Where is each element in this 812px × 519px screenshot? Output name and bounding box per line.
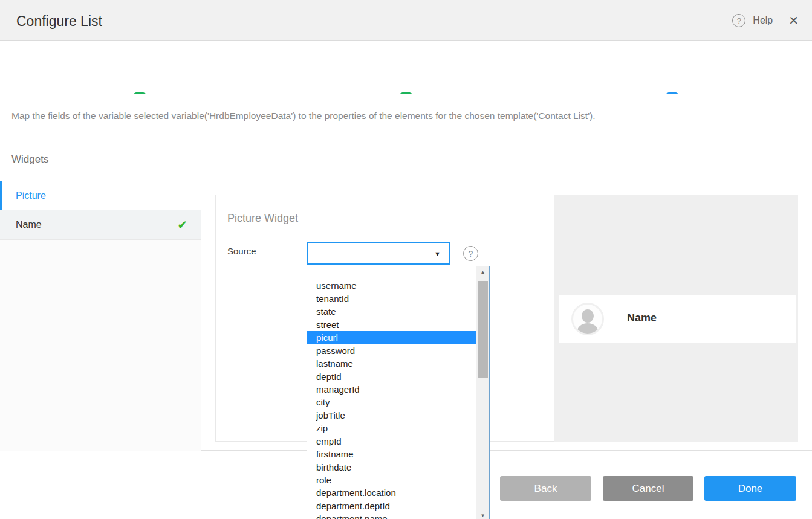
dropdown-option[interactable]: state xyxy=(307,305,476,318)
dropdown-option[interactable]: department.location xyxy=(307,486,476,499)
wizard-stepper: ✓ Data ✓ Template 3 Bind Fields xyxy=(0,42,812,94)
dropdown-option[interactable]: department.name xyxy=(307,512,476,519)
panel-title: Picture Widget xyxy=(227,212,298,225)
sidebar-item-name[interactable]: Name ✔ xyxy=(0,210,201,240)
back-button[interactable]: Back xyxy=(500,476,591,501)
dropdown-option[interactable]: zip xyxy=(307,422,476,434)
description-band: Map the fields of the variable selected … xyxy=(0,94,812,140)
scrollbar-thumb[interactable] xyxy=(478,281,488,378)
dropdown-option[interactable]: jobTitle xyxy=(307,409,476,422)
help-button[interactable]: Help xyxy=(753,15,773,26)
preview-name-label: Name xyxy=(627,312,657,324)
dropdown-option[interactable]: deptId xyxy=(307,370,476,383)
dropdown-scrollbar[interactable]: ▲ ▼ xyxy=(476,266,489,519)
sidebar-item-picture[interactable]: Picture xyxy=(0,181,201,210)
source-dropdown-list: username tenantId state street picurl pa… xyxy=(307,266,490,519)
dropdown-option-highlighted[interactable]: picurl xyxy=(307,331,476,344)
dropdown-option[interactable]: tenantId xyxy=(307,292,476,305)
sidebar-item-label: Name xyxy=(16,219,42,230)
mapped-check-icon: ✔ xyxy=(177,218,187,232)
dropdown-option[interactable]: lastname xyxy=(307,357,476,370)
dropdown-options: username tenantId state street picurl pa… xyxy=(307,266,476,519)
dropdown-option[interactable]: firstname xyxy=(307,448,476,460)
dropdown-option[interactable]: department.deptId xyxy=(307,500,476,512)
close-icon[interactable]: ✕ xyxy=(788,13,799,28)
widgets-sidebar: Picture Name ✔ xyxy=(0,181,201,451)
dropdown-option[interactable]: managerId xyxy=(307,383,476,396)
page-title: Configure List xyxy=(16,13,102,30)
dropdown-option[interactable]: password xyxy=(307,344,476,357)
help-icon[interactable]: ? xyxy=(732,14,745,27)
dropdown-option[interactable] xyxy=(307,266,476,279)
sidebar-item-label: Picture xyxy=(16,190,46,201)
dropdown-option[interactable]: username xyxy=(307,279,476,292)
source-label: Source xyxy=(227,246,256,256)
scroll-up-icon[interactable]: ▲ xyxy=(476,268,489,277)
contact-list-preview-card: Name xyxy=(559,295,796,343)
dropdown-option[interactable]: empId xyxy=(307,435,476,448)
dropdown-option[interactable]: role xyxy=(307,474,476,486)
widgets-section-title: Widgets xyxy=(11,153,48,166)
widgets-band: Widgets xyxy=(0,140,812,181)
template-preview-panel: Name xyxy=(554,195,798,442)
done-button[interactable]: Done xyxy=(704,476,796,501)
dropdown-option[interactable]: street xyxy=(307,318,476,331)
source-help[interactable]: ? xyxy=(463,246,478,261)
cancel-button[interactable]: Cancel xyxy=(603,476,693,501)
chevron-down-icon: ▼ xyxy=(434,250,441,257)
scroll-down-icon[interactable]: ▼ xyxy=(476,511,489,519)
dialog-header: Configure List ? Help ✕ xyxy=(0,0,812,41)
avatar-placeholder-icon xyxy=(571,303,604,335)
source-select[interactable]: ▼ xyxy=(307,242,450,265)
dropdown-option[interactable]: city xyxy=(307,396,476,408)
question-icon: ? xyxy=(463,246,478,261)
mapping-description: Map the fields of the variable selected … xyxy=(11,111,596,121)
dropdown-option[interactable]: birthdate xyxy=(307,461,476,474)
